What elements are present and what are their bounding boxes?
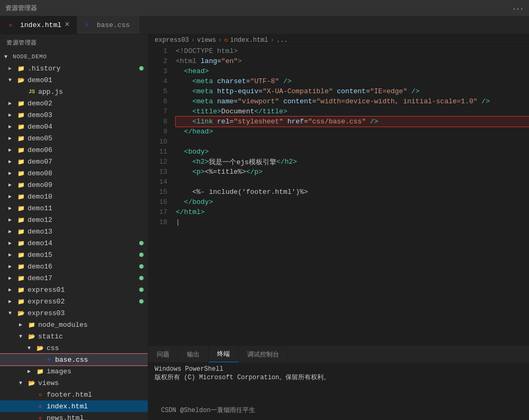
breadcrumb-express03: express03 [155,37,189,44]
sidebar-title-label: 资源管理器 [5,4,37,13]
sidebar-item-demo01[interactable]: ▼ 📂 demo01 [0,74,148,86]
demo14-dot [139,241,144,245]
sidebar-title: 资源管理器 [0,34,148,51]
code-line-17: </html> [176,207,529,217]
sidebar-item-demo02[interactable]: ▶📁demo02 [0,97,148,109]
sidebar-item-express02[interactable]: ▶📁express02 [0,296,148,307]
sidebar-item-node-demo[interactable]: ▼ NODE_DEMO [0,51,148,62]
sidebar-item-footer-html[interactable]: ▶◇footer.html [0,389,148,400]
index-html-icon: ◇ [36,402,44,410]
terminal-line-2: 版权所有 (C) Microsoft Corporation。保留所有权利。 [155,373,523,382]
sidebar-item-demo17[interactable]: ▶📁demo17 [0,272,148,284]
tab-problems[interactable]: 问题 [148,346,178,362]
line-number-10: 10 [153,137,167,147]
sidebar-item-history[interactable]: ▶ 📁 .history [0,62,148,74]
sidebar-item-images[interactable]: ▶📁images [0,365,148,377]
news-html-icon: ◇ [36,414,44,420]
demo05-icon: 📁 [17,134,25,142]
line-number-5: 5 [153,86,167,96]
sidebar-item-demo06[interactable]: ▶📁demo06 [0,144,148,156]
sidebar-item-demo07[interactable]: ▶📁demo07 [0,156,148,167]
title-bar-ellipsis[interactable]: ... [512,4,524,12]
code-line-12: <h2>我是一个ejs模板引擎</h2> [176,157,529,167]
history-folder-icon: 📁 [17,64,25,73]
code-line-3: <head> [176,66,529,76]
demo17-icon: 📁 [17,274,25,282]
breadcrumb: express03 › views › ◇ index.html › ... [148,34,529,46]
code-line-14 [176,177,529,187]
sidebar-item-express03[interactable]: ▼ 📂 express03 [0,307,148,319]
sidebar-item-demo12[interactable]: ▶📁demo12 [0,214,148,226]
sidebar-content[interactable]: ▼ NODE_DEMO ▶ 📁 .history ▼ 📂 demo01 ▶ JS… [0,51,148,420]
tab-css-icon: # [83,21,92,29]
express02-dot [139,299,144,303]
demo01-arrow: ▼ [8,77,17,83]
tab-index-html[interactable]: ◇ index.html × [0,16,77,34]
demo12-icon: 📁 [17,216,25,224]
sidebar-item-demo04[interactable]: ▶📁demo04 [0,121,148,132]
line-number-4: 4 [153,76,167,86]
sidebar-item-views[interactable]: ▼ 📂 views [0,377,148,389]
sidebar-item-demo13[interactable]: ▶📁demo13 [0,226,148,237]
demo07-icon: 📁 [17,157,25,166]
sidebar-item-static[interactable]: ▼ 📂 static [0,330,148,342]
history-label: .history [28,65,139,73]
terminal-line-1: Windows PowerShell [155,365,523,373]
sidebar-item-base-css[interactable]: ▶ # base.css [0,354,148,365]
tab-output[interactable]: 输出 [178,346,209,362]
sidebar-item-demo05[interactable]: ▶📁demo05 [0,132,148,144]
sidebar-item-demo16[interactable]: ▶📁demo16 [0,261,148,272]
line-number-3: 3 [153,66,167,76]
code-line-9: </head> [176,127,529,137]
code-lines: <!DOCTYPE html><html lang="en"> <head> <… [172,46,529,346]
code-line-15: <%- include('footer.html')%> [176,187,529,197]
sidebar-item-demo10[interactable]: ▶📁demo10 [0,191,148,202]
sidebar-item-demo15[interactable]: ▶📁demo15 [0,249,148,261]
sidebar-item-css[interactable]: ▼ 📂 css [0,342,148,354]
panel-footer: CSDN @Sheldon一蓑烟雨任平生 [155,404,523,417]
demo01-folder-icon: 📂 [17,76,25,84]
sidebar-item-demo09[interactable]: ▶📁demo09 [0,179,148,191]
code-line-4: <meta charset="UTF-8" /> [176,76,529,86]
breadcrumb-sep3: › [270,37,274,44]
tab-index-html-label: index.html [20,21,61,29]
tab-base-css-label: base.css [97,21,130,29]
sidebar-item-news-html[interactable]: ▶◇news.html [0,412,148,420]
sidebar-item-demo11[interactable]: ▶📁demo11 [0,202,148,214]
tab-debug-console[interactable]: 调试控制台 [239,346,288,362]
demo17-dot [139,276,144,280]
line-number-13: 13 [153,167,167,177]
code-line-7: <title>Document</title> [176,106,529,117]
terminal-content: Windows PowerShell 版权所有 (C) Microsoft Co… [155,365,523,382]
history-arrow: ▶ [8,65,17,72]
tab-terminal[interactable]: 终端 [209,346,239,362]
line-number-8: 8 [153,117,167,127]
sidebar-item-node-modules[interactable]: ▶📁node_modules [0,319,148,330]
tab-close-icon[interactable]: × [65,20,70,30]
sidebar-item-demo03[interactable]: ▶📁demo03 [0,109,148,121]
breadcrumb-ellipsis: ... [276,37,288,44]
line-number-17: 17 [153,207,167,217]
bottom-panel: 问题 输出 终端 调试控制台 Windows PowerShell 版权所有 (… [148,346,529,420]
sidebar-item-appjs[interactable]: ▶ JS app.js [0,86,148,97]
sidebar-item-demo14[interactable]: ▶📁demo14 [0,237,148,249]
tab-base-css[interactable]: # base.css [77,16,140,34]
node-demo-label: NODE_DEMO [13,53,148,60]
code-line-11: <body> [176,147,529,157]
sidebar-item-express01[interactable]: ▶📁express01 [0,284,148,296]
line-number-18: 18 [153,217,167,227]
breadcrumb-sep1: › [191,37,195,44]
appjs-label: app.js [38,88,148,96]
demo14-icon: 📁 [17,239,25,247]
demo16-icon: 📁 [17,262,25,271]
static-folder-icon: 📂 [28,332,36,341]
line-number-11: 11 [153,147,167,157]
line-number-9: 9 [153,127,167,137]
express01-dot [139,288,144,292]
sidebar-item-index-html[interactable]: ▶ ◇ index.html [0,400,148,412]
sidebar: 资源管理器 ▼ NODE_DEMO ▶ 📁 .history ▼ 📂 demo0… [0,34,148,420]
code-editor[interactable]: 123456789101112131415161718 <!DOCTYPE ht… [148,46,529,346]
breadcrumb-indexhtml: index.html [230,37,268,44]
sidebar-item-demo08[interactable]: ▶📁demo08 [0,167,148,179]
main-layout: 资源管理器 ▼ NODE_DEMO ▶ 📁 .history ▼ 📂 demo0… [0,34,529,420]
